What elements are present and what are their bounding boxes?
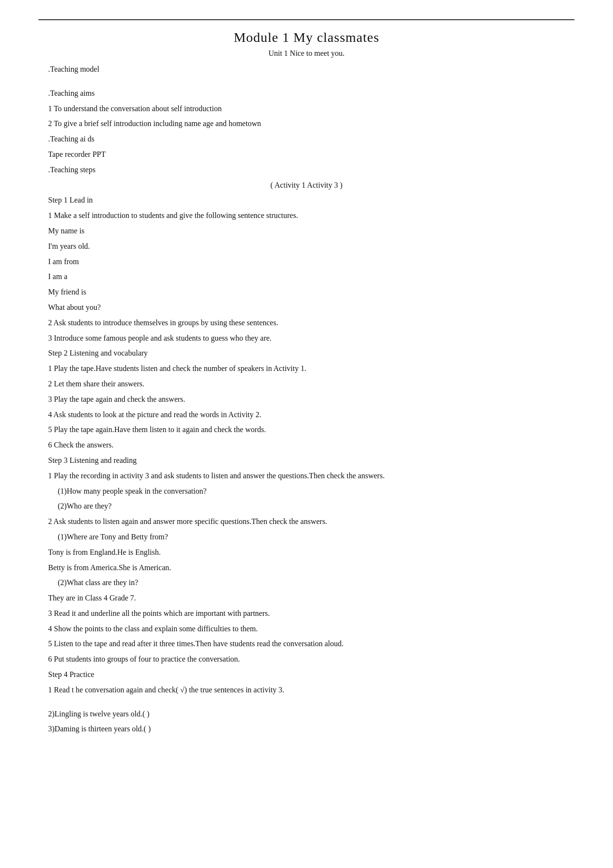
step3-para1: 1 Play the recording in activity 3 and a… [38, 469, 575, 483]
step2-item4: 4 Ask students to look at the picture an… [38, 408, 575, 422]
step3-item3: 3 Read it and underline all the points w… [38, 607, 575, 621]
sentence5: My friend is [38, 285, 575, 299]
step4-item3: 3)Daming is thirteen years old.( ) [38, 722, 575, 736]
step3-item2: 2 Ask students to listen again and answe… [38, 515, 575, 529]
step4-item2: 2)Lingling is twelve years old.( ) [38, 707, 575, 721]
step3-item4: 4 Show the points to the class and expla… [38, 622, 575, 636]
teaching-steps: .Teaching steps [38, 163, 575, 177]
sentence2: I'm years old. [38, 240, 575, 254]
step2-item2: 2 Let them share their answers. [38, 377, 575, 391]
step3-item5: 5 Listen to the tape and read after it t… [38, 637, 575, 651]
step4-label: Step 4 Practice [38, 668, 575, 682]
step1-item3: 3 Introduce some famous people and ask s… [38, 332, 575, 345]
step2-item3: 3 Play the tape again and check the answ… [38, 393, 575, 407]
step2-item5: 5 Play the tape again.Have them listen t… [38, 423, 575, 437]
step4-item1: 1 Read t he conversation again and check… [38, 683, 575, 697]
step3-ans1: Tony is from England.He is English. [38, 546, 575, 560]
step3-item6: 6 Put students into groups of four to pr… [38, 652, 575, 666]
sentence6: What about you? [38, 301, 575, 315]
page-title: Module 1 My classmates [38, 30, 575, 45]
teaching-aids: .Teaching ai ds [38, 132, 575, 146]
step3-ans2: Betty is from America.She is American. [38, 561, 575, 575]
sentence1: My name is [38, 224, 575, 238]
step2-item6: 6 Check the answers. [38, 438, 575, 452]
step1-label: Step 1 Lead in [38, 193, 575, 207]
aim2: 2 To give a brief self introduction incl… [38, 117, 575, 131]
step2-item1: 1 Play the tape.Have students listen and… [38, 362, 575, 376]
teaching-model: .Teaching model [38, 63, 575, 77]
step1-item1: 1 Make a self introduction to students a… [38, 209, 575, 223]
top-border [38, 19, 575, 20]
step1-item2: 2 Ask students to introduce themselves i… [38, 316, 575, 330]
step3-label: Step 3 Listening and reading [38, 454, 575, 468]
unit-line: Unit 1 Nice to meet you. [38, 49, 575, 58]
sentence4: I am a [38, 270, 575, 284]
step3-q4: (2)What class are they in? [38, 576, 575, 590]
sentence3: I am from [38, 255, 575, 269]
step3-q1: (1)How many people speak in the conversa… [38, 485, 575, 498]
step3-q3: (1)Where are Tony and Betty from? [38, 530, 575, 544]
teaching-aims-label: .Teaching aims [38, 87, 575, 101]
step3-q2: (2)Who are they? [38, 499, 575, 513]
step2-label: Step 2 Listening and vocabulary [38, 346, 575, 360]
activity-line: ( Activity 1 Activity 3 ) [38, 179, 575, 192]
tape-recorder: Tape recorder PPT [38, 148, 575, 162]
aim1: 1 To understand the conversation about s… [38, 102, 575, 116]
step3-ans3: They are in Class 4 Grade 7. [38, 591, 575, 605]
